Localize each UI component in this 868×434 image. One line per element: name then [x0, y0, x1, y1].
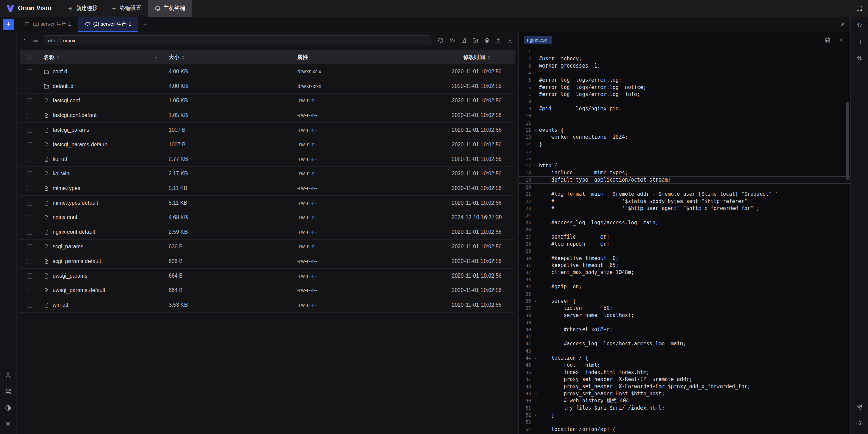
- table-row[interactable]: win-utf 3.53 KB -rw-r--r-- 2020-11-01 10…: [20, 298, 515, 313]
- row-checkbox[interactable]: [27, 201, 32, 206]
- code-line[interactable]: 32 client_max_body_size 1048m;: [519, 269, 850, 276]
- table-row[interactable]: fastcgi_params 1007 B -rw-r--r-- 2020-11…: [20, 123, 515, 137]
- code-line[interactable]: 11: [519, 119, 850, 127]
- file-name[interactable]: fastcgi.conf: [53, 98, 80, 104]
- code-line[interactable]: 46 index index.html index.htm;: [519, 369, 850, 376]
- table-row[interactable]: uwsgi_params 664 B -rw-r--r-- 2020-11-01…: [20, 269, 515, 283]
- fold-toggle-icon[interactable]: [532, 164, 539, 168]
- code-line[interactable]: 47 proxy_set_header X-Real-IP $remote_ad…: [519, 376, 850, 383]
- file-name[interactable]: scgi_params.default: [53, 258, 101, 264]
- code-line[interactable]: 17http {: [519, 162, 850, 169]
- row-checkbox[interactable]: [27, 69, 32, 74]
- code-line[interactable]: 3worker_processes 1;: [519, 62, 850, 70]
- code-line[interactable]: 52 }: [519, 412, 850, 419]
- code-line[interactable]: 10: [519, 112, 850, 119]
- row-checkbox[interactable]: [27, 142, 32, 147]
- file-name[interactable]: fastcgi.conf.default: [53, 112, 98, 118]
- new-tab-button[interactable]: +: [143, 21, 147, 28]
- table-row[interactable]: koi-utf 2.77 KB -rw-r--r-- 2020-11-01 10…: [20, 152, 515, 167]
- code-line[interactable]: 5#error_log logs/error.log;: [519, 77, 850, 84]
- panel-layout-icon[interactable]: [854, 36, 865, 48]
- sort-name-icon[interactable]: [57, 55, 60, 59]
- code-line[interactable]: 36 server {: [519, 298, 850, 305]
- settings-icon[interactable]: [2, 418, 14, 430]
- file-name[interactable]: nginx.conf: [53, 214, 77, 221]
- editor-scrollbar[interactable]: [846, 102, 849, 180]
- code-line[interactable]: 44 location / {: [519, 355, 850, 362]
- row-checkbox[interactable]: [27, 98, 32, 103]
- back-icon[interactable]: [20, 36, 29, 45]
- table-row[interactable]: nginx.conf.default 2.59 KB -rw-r--r-- 20…: [20, 225, 515, 240]
- code-line[interactable]: 39: [519, 319, 850, 326]
- code-line[interactable]: 50 # web history 模式 404: [519, 397, 850, 404]
- breadcrumb[interactable]: etc/nginx: [44, 35, 431, 45]
- row-checkbox[interactable]: [27, 113, 32, 118]
- send-command-icon[interactable]: [854, 401, 865, 413]
- code-line[interactable]: 53: [519, 419, 850, 426]
- code-line[interactable]: 38 server_name localhost;: [519, 312, 850, 319]
- column-header-name[interactable]: 名称: [44, 54, 55, 61]
- table-row[interactable]: conf.d 4.00 KB drwxr-xr-x 2020-11-01 10:…: [20, 64, 515, 79]
- code-line[interactable]: 54 location /orion/api {: [519, 426, 850, 433]
- file-name[interactable]: fastcgi_params: [53, 127, 90, 133]
- code-line[interactable]: 51 try_files $uri $uri/ /index.html;: [519, 404, 850, 412]
- code-line[interactable]: 20: [519, 184, 850, 191]
- refresh-icon[interactable]: [436, 35, 446, 45]
- code-line[interactable]: 42 #access_log logs/host.access.log main…: [519, 340, 850, 347]
- close-panel-icon[interactable]: [840, 21, 846, 27]
- code-line[interactable]: 29: [519, 248, 850, 255]
- table-row[interactable]: koi-win 2.17 KB -rw-r--r-- 2020-11-01 10…: [20, 167, 515, 181]
- file-name[interactable]: mime.types.default: [53, 200, 98, 206]
- code-line[interactable]: 15: [519, 148, 850, 155]
- select-all-checkbox[interactable]: [27, 55, 32, 60]
- row-checkbox[interactable]: [27, 128, 32, 133]
- download-icon[interactable]: [505, 35, 515, 45]
- file-name[interactable]: uwsgi_params.default: [53, 287, 105, 294]
- fold-toggle-icon[interactable]: [532, 392, 539, 396]
- code-line[interactable]: 12events {: [519, 127, 850, 134]
- row-checkbox[interactable]: [27, 171, 32, 176]
- file-name[interactable]: fastcgi_params.default: [53, 141, 107, 148]
- code-line[interactable]: 22 # '$status $body_bytes_sent "$http_re…: [519, 198, 850, 205]
- user-icon[interactable]: [2, 370, 14, 381]
- preview-hidden-icon[interactable]: [447, 35, 457, 45]
- code-line[interactable]: 13 worker_connections 1024;: [519, 134, 850, 141]
- code-line[interactable]: 26: [519, 226, 850, 233]
- fold-toggle-icon[interactable]: [532, 428, 539, 431]
- upload-icon[interactable]: [493, 35, 504, 45]
- code-line[interactable]: 4: [519, 70, 850, 77]
- table-row[interactable]: scgi_params.default 636 B -rw-r--r-- 202…: [20, 254, 515, 269]
- save-file-icon[interactable]: [823, 36, 832, 44]
- table-row[interactable]: default.d 4.00 KB drwxr-xr-x 2020-11-01 …: [20, 79, 515, 94]
- fold-toggle-icon[interactable]: [532, 413, 539, 417]
- row-checkbox[interactable]: [27, 244, 32, 249]
- code-line[interactable]: 24: [519, 212, 850, 219]
- code-line[interactable]: 14}: [519, 141, 850, 148]
- json-view-icon[interactable]: {}: [854, 19, 865, 30]
- row-checkbox[interactable]: [27, 303, 32, 308]
- fold-toggle-icon[interactable]: [532, 128, 539, 132]
- row-checkbox[interactable]: [27, 157, 32, 162]
- code-line[interactable]: 23 # '"$http_user_agent" "$http_x_forwar…: [519, 205, 850, 212]
- table-row[interactable]: mime.types 5.11 KB -rw-r--r-- 2020-11-01…: [20, 181, 515, 196]
- sort-order-icon[interactable]: [854, 53, 865, 64]
- file-name[interactable]: nginx.conf.default: [53, 229, 95, 235]
- code-line[interactable]: 27 sendfile on;: [519, 233, 850, 241]
- terminal-tab[interactable]: (2) server-生产-1: [78, 17, 139, 32]
- code-line[interactable]: 1: [519, 48, 850, 55]
- file-name[interactable]: scgi_params: [53, 244, 83, 250]
- nav-item-host-terminal[interactable]: 主机终端: [148, 0, 192, 17]
- file-name[interactable]: default.d: [53, 83, 73, 89]
- fold-toggle-icon[interactable]: [532, 299, 539, 303]
- file-name[interactable]: conf.d: [53, 69, 67, 75]
- new-folder-icon[interactable]: [470, 35, 480, 45]
- nav-item-terminal-settings[interactable]: 终端设置: [104, 0, 148, 17]
- file-name[interactable]: win-utf: [53, 302, 68, 308]
- code-editor[interactable]: 12#user nobody;3worker_processes 1;45#er…: [519, 48, 850, 434]
- code-line[interactable]: 40 #charset koi8-r;: [519, 326, 850, 333]
- file-name[interactable]: mime.types: [53, 185, 80, 191]
- row-checkbox[interactable]: [27, 186, 32, 191]
- code-line[interactable]: 2#user nobody;: [519, 55, 850, 62]
- column-header-mtime[interactable]: 修改时间: [463, 54, 485, 61]
- row-checkbox[interactable]: [27, 259, 32, 264]
